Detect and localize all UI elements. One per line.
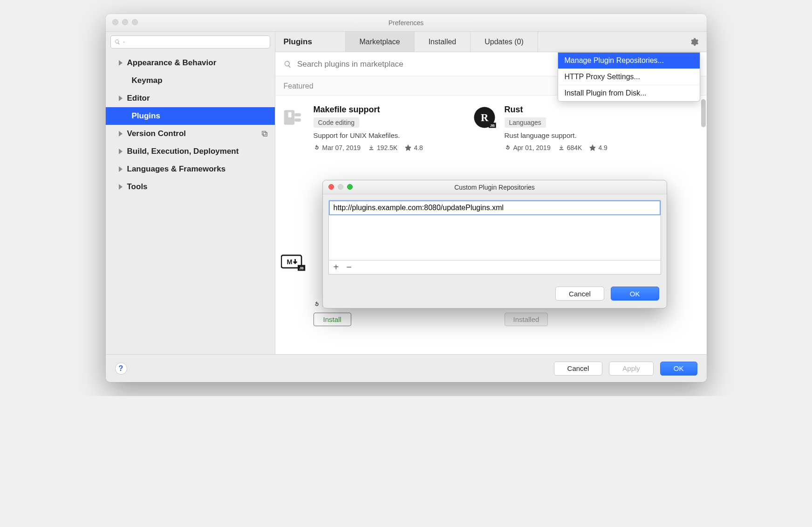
star-icon [405, 144, 411, 151]
plugin-rating: 4.9 [598, 144, 607, 151]
dialog-cancel-button[interactable]: Cancel [555, 287, 604, 301]
svg-rect-0 [263, 132, 267, 136]
sidebar-item-appearance[interactable]: Appearance & Behavior [106, 54, 275, 72]
sidebar-item-label: Version Control [127, 129, 186, 138]
install-button[interactable]: Install [314, 313, 351, 326]
close-icon[interactable] [328, 184, 334, 190]
sidebar-item-editor[interactable]: Editor [106, 89, 275, 107]
window-title: Preferences [389, 19, 423, 27]
gear-button[interactable] [682, 32, 707, 52]
plugin-name: Makefile support [314, 105, 462, 115]
plugin-desc: Support for UNIX Makefiles. [314, 131, 462, 139]
sidebar: Appearance & Behavior Keymap Editor Plug… [106, 32, 275, 354]
plugin-date: Mar 07, 2019 [322, 144, 361, 151]
download-icon [368, 144, 375, 151]
sidebar-item-label: Tools [127, 182, 148, 192]
tabs-row: Plugins Marketplace Installed Updates (0… [275, 32, 707, 52]
dialog-title: Custom Plugin Repositories [454, 184, 535, 191]
gear-dropdown: Manage Plugin Repositories... HTTP Proxy… [558, 52, 700, 102]
menu-install-from-disk[interactable]: Install Plugin from Disk... [558, 85, 700, 101]
plugin-name: Rust [505, 105, 653, 115]
zoom-icon[interactable] [347, 184, 353, 190]
footer: ? Cancel Apply OK [106, 354, 707, 382]
sidebar-item-label: Languages & Frameworks [127, 164, 226, 174]
sidebar-item-build[interactable]: Build, Execution, Deployment [106, 143, 275, 160]
plugin-downloads: 192.5K [377, 144, 397, 151]
dialog-body: + − [323, 194, 667, 280]
sidebar-item-plugins[interactable]: Plugins [106, 107, 275, 125]
chevron-right-icon [119, 96, 123, 101]
plugin-rating: 4.8 [414, 144, 423, 151]
refresh-icon [314, 301, 320, 308]
close-icon[interactable] [112, 19, 118, 25]
search-icon [284, 60, 292, 68]
sidebar-search-wrap [106, 32, 275, 51]
help-button[interactable]: ? [115, 363, 127, 375]
repo-url-list [328, 200, 661, 260]
minimize-icon[interactable] [122, 19, 128, 25]
chevron-right-icon [119, 131, 123, 137]
titlebar: Preferences [106, 14, 707, 32]
traffic-lights [328, 184, 353, 190]
minimize-icon[interactable] [338, 184, 343, 190]
card-body: Makefile support Code editing Support fo… [314, 105, 462, 151]
repo-list-toolbar: + − [328, 260, 661, 274]
chevron-right-icon [119, 60, 123, 66]
plugin-icon: RJB [471, 105, 498, 132]
repo-url-input[interactable] [329, 200, 661, 215]
download-icon [558, 144, 565, 151]
chevron-right-icon [119, 149, 123, 154]
plugin-icon: MJB [280, 254, 307, 281]
sidebar-search-input[interactable] [128, 39, 266, 46]
plugin-downloads: 684K [567, 144, 582, 151]
search-icon [115, 39, 121, 45]
custom-repos-dialog: Custom Plugin Repositories + − Cancel OK [322, 180, 667, 308]
copy-icon [261, 130, 268, 137]
sidebar-item-languages[interactable]: Languages & Frameworks [106, 160, 275, 178]
refresh-icon [314, 144, 320, 151]
menu-manage-repos[interactable]: Manage Plugin Repositories... [558, 53, 700, 69]
svg-rect-1 [262, 131, 266, 135]
plugin-icon [280, 105, 307, 132]
traffic-lights [112, 19, 138, 25]
zoom-icon[interactable] [132, 19, 138, 25]
sidebar-item-vcs[interactable]: Version Control [106, 125, 275, 143]
sidebar-item-keymap[interactable]: Keymap [106, 72, 275, 89]
plugin-card-rust[interactable]: RJB Rust Languages Rust language support… [471, 105, 653, 151]
plugin-desc: Rust language support. [505, 131, 653, 139]
add-button[interactable]: + [334, 262, 339, 273]
tab-marketplace[interactable]: Marketplace [345, 32, 414, 52]
svg-text:R: R [480, 112, 488, 123]
svg-rect-5 [294, 118, 301, 122]
sidebar-item-label: Keymap [132, 76, 163, 85]
ok-button[interactable]: OK [660, 362, 697, 376]
svg-rect-3 [288, 112, 291, 117]
plugin-tag: Code editing [314, 117, 360, 128]
sidebar-item-label: Editor [127, 94, 150, 103]
plugin-date: Apr 01, 2019 [513, 144, 551, 151]
dialog-ok-button[interactable]: OK [611, 287, 659, 301]
tab-updates[interactable]: Updates (0) [470, 32, 538, 52]
sidebar-item-label: Plugins [132, 111, 160, 121]
tabs: Marketplace Installed Updates (0) [345, 32, 538, 52]
refresh-icon [505, 144, 511, 151]
scrollbar[interactable] [701, 99, 706, 127]
sidebar-search[interactable] [110, 35, 270, 48]
sidebar-item-label: Build, Execution, Deployment [127, 147, 239, 156]
cancel-button[interactable]: Cancel [554, 362, 603, 376]
sidebar-item-tools[interactable]: Tools [106, 178, 275, 196]
apply-button[interactable]: Apply [609, 362, 654, 376]
svg-rect-4 [294, 113, 301, 116]
tab-installed[interactable]: Installed [414, 32, 471, 52]
dialog-footer: Cancel OK [323, 280, 667, 308]
card-row: Makefile support Code editing Support fo… [275, 96, 707, 151]
chevron-right-icon [119, 166, 123, 172]
preferences-window: Preferences Appearance & Behavior Keymap [106, 14, 707, 382]
menu-http-proxy[interactable]: HTTP Proxy Settings... [558, 69, 700, 85]
svg-text:JB: JB [490, 123, 494, 128]
plugin-card-makefile[interactable]: Makefile support Code editing Support fo… [280, 105, 462, 151]
svg-text:M: M [287, 258, 292, 266]
remove-button[interactable]: − [346, 262, 352, 273]
dialog-titlebar: Custom Plugin Repositories [323, 180, 667, 194]
plugin-meta: Mar 07, 2019 192.5K 4.8 [314, 144, 462, 151]
